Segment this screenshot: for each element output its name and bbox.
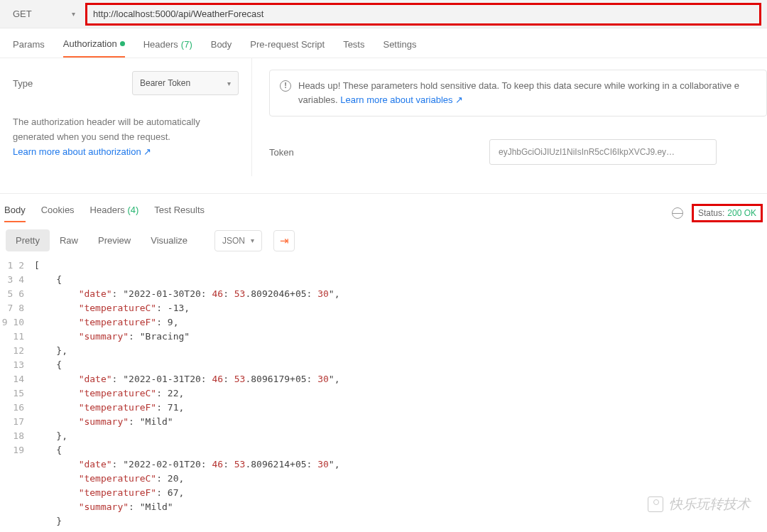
chevron-down-icon: ▾	[251, 237, 254, 244]
tab-body[interactable]: Body	[211, 38, 232, 58]
auth-desc-text: The authorization header will be automat…	[13, 116, 200, 142]
authorization-panel: Type Bearer Token ▾ The authorization he…	[0, 58, 767, 176]
auth-banner-text: Heads up! These parameters hold sensitiv…	[298, 80, 739, 91]
auth-active-dot-icon	[120, 41, 125, 46]
globe-icon[interactable]	[672, 207, 683, 219]
tab-headers-label: Headers	[143, 39, 178, 50]
info-icon: !	[280, 80, 291, 92]
tab-settings[interactable]: Settings	[383, 38, 416, 58]
auth-learn-link[interactable]: Learn more about authorization ↗	[13, 146, 151, 157]
response-status: Status: 200 OK	[692, 204, 763, 222]
auth-warning-banner: ! Heads up! These parameters hold sensit…	[269, 70, 767, 116]
tab-headers[interactable]: Headers (7)	[143, 38, 192, 58]
auth-left-col: Type Bearer Token ▾ The authorization he…	[0, 58, 252, 176]
view-mode-segment: Pretty Raw Preview Visualize	[6, 229, 197, 251]
auth-banner-text2: variables.	[298, 94, 338, 105]
view-raw-button[interactable]: Raw	[50, 229, 88, 251]
response-body-code[interactable]: 1 2 3 4 5 6 7 8 9 10 11 12 13 14 15 16 1…	[0, 259, 767, 532]
chevron-down-icon: ▾	[72, 10, 75, 18]
request-url-value: http://localhost:5000/api/WeatherForecas…	[93, 9, 263, 19]
language-select[interactable]: JSON ▾	[214, 230, 262, 251]
variables-learn-link[interactable]: Learn more about variables ↗	[340, 94, 463, 105]
tab-prerequest[interactable]: Pre-request Script	[250, 38, 325, 58]
token-label: Token	[269, 147, 489, 158]
http-method-value: GET	[13, 9, 32, 19]
auth-type-value: Bearer Token	[140, 78, 190, 88]
watermark-text: 快乐玩转技术	[669, 495, 750, 514]
token-value: eyJhbGciOiJIUzI1NiIsInR5cCI6IkpXVCJ9.ey…	[499, 147, 675, 157]
request-url-bar: GET ▾ http://localhost:5000/api/WeatherF…	[0, 0, 767, 28]
resp-headers-count: (4)	[127, 205, 138, 215]
response-bar: Body Cookies Headers (4) Test Results St…	[0, 193, 767, 222]
view-preview-button[interactable]: Preview	[88, 229, 141, 251]
view-visualize-button[interactable]: Visualize	[141, 229, 197, 251]
watermark: 快乐玩转技术	[648, 495, 750, 514]
resp-tab-body[interactable]: Body	[4, 205, 26, 222]
chevron-down-icon: ▾	[227, 80, 231, 87]
auth-type-select[interactable]: Bearer Token ▾	[132, 71, 239, 95]
response-format-bar: Pretty Raw Preview Visualize JSON ▾ ⇥	[0, 222, 767, 259]
status-label: Status:	[698, 208, 724, 218]
view-pretty-button[interactable]: Pretty	[6, 229, 50, 251]
resp-tab-testresults[interactable]: Test Results	[154, 205, 205, 222]
code-source[interactable]: [ { "date": "2022-01-30T20: 46: 53.80920…	[34, 259, 767, 528]
status-value: 200 OK	[727, 208, 756, 218]
line-wrap-button[interactable]: ⇥	[273, 230, 295, 251]
resp-tab-headers[interactable]: Headers (4)	[90, 205, 139, 222]
request-url-input[interactable]: http://localhost:5000/api/WeatherForecas…	[85, 3, 761, 26]
resp-tab-cookies[interactable]: Cookies	[41, 205, 75, 222]
http-method-select[interactable]: GET ▾	[3, 3, 82, 26]
auth-right-col: ! Heads up! These parameters hold sensit…	[252, 58, 767, 176]
response-tabs: Body Cookies Headers (4) Test Results	[4, 205, 205, 222]
auth-description: The authorization header will be automat…	[13, 115, 239, 159]
token-input[interactable]: eyJhbGciOiJIUzI1NiIsInR5cCI6IkpXVCJ9.ey…	[489, 139, 717, 165]
tab-authorization-label: Authorization	[63, 38, 117, 49]
tab-params[interactable]: Params	[13, 38, 45, 58]
request-tabs: Params Authorization Headers (7) Body Pr…	[0, 28, 767, 58]
tab-authorization[interactable]: Authorization	[63, 38, 125, 58]
tab-tests[interactable]: Tests	[343, 38, 364, 58]
wechat-icon	[648, 496, 663, 512]
response-meta: Status: 200 OK	[672, 204, 763, 222]
resp-headers-label: Headers	[90, 205, 125, 215]
auth-type-label: Type	[13, 78, 33, 89]
language-value: JSON	[222, 236, 245, 246]
tab-headers-count: (7)	[181, 39, 192, 50]
line-gutter: 1 2 3 4 5 6 7 8 9 10 11 12 13 14 15 16 1…	[0, 259, 34, 528]
